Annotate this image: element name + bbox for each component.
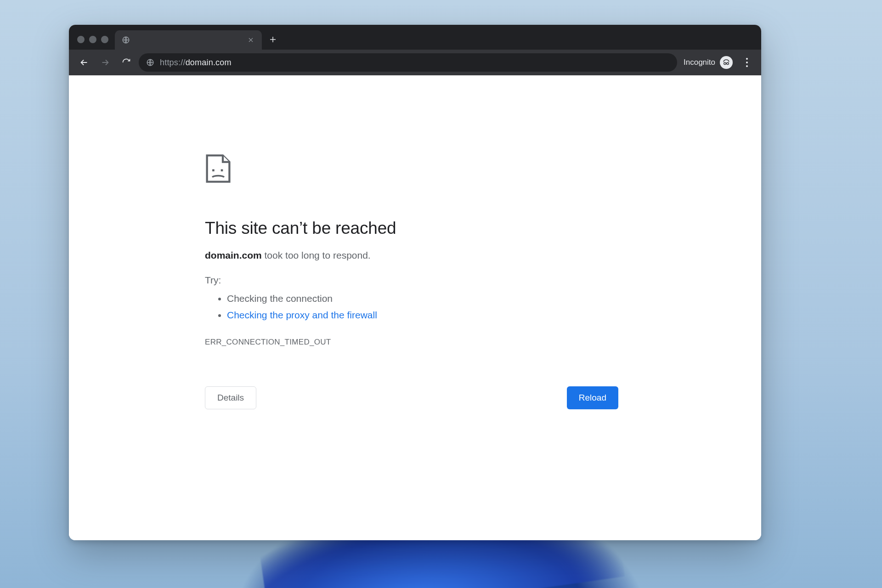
tab-strip [69,25,761,50]
window-controls [74,36,111,50]
suggestion-item: Checking the connection [227,290,618,307]
error-domain: domain.com [205,250,262,260]
svg-point-3 [727,62,729,65]
back-button[interactable] [75,54,93,71]
error-page: This site can’t be reached domain.com to… [205,153,618,409]
suggestion-item: Checking the proxy and the firewall [227,307,618,323]
error-title: This site can’t be reached [205,219,618,238]
svg-point-4 [746,58,748,60]
menu-button[interactable] [739,54,755,71]
reload-button[interactable]: Reload [567,386,618,409]
traffic-light-zoom[interactable] [101,36,108,43]
traffic-light-minimize[interactable] [89,36,96,43]
svg-point-5 [746,62,748,63]
globe-icon [121,35,130,45]
svg-point-2 [724,62,726,65]
site-info-icon[interactable] [146,58,154,67]
svg-point-6 [746,65,748,67]
details-button[interactable]: Details [205,386,256,409]
error-message-tail: took too long to respond. [262,250,371,260]
incognito-badge[interactable]: Incognito [681,56,735,69]
url-scheme: https:// [160,58,186,67]
close-tab-icon[interactable] [246,35,255,45]
address-bar[interactable]: https://domain.com [139,53,677,72]
suggestion-list: Checking the connection Checking the pro… [205,290,618,323]
svg-rect-7 [212,169,215,171]
new-tab-button[interactable] [266,32,280,47]
forward-button[interactable] [96,54,114,71]
traffic-light-close[interactable] [77,36,85,43]
browser-tab[interactable] [115,30,262,50]
incognito-icon [720,56,733,69]
page-content: This site can’t be reached domain.com to… [69,75,761,540]
url-text: https://domain.com [160,58,232,68]
svg-rect-8 [221,169,223,171]
url-host: domain.com [186,58,232,67]
incognito-label: Incognito [684,58,715,67]
sad-page-icon [205,153,618,186]
try-label: Try: [205,275,618,286]
proxy-firewall-link[interactable]: Checking the proxy and the firewall [227,310,377,320]
suggestion-text: Checking the connection [227,293,333,304]
error-code: ERR_CONNECTION_TIMED_OUT [205,338,618,347]
browser-window: https://domain.com Incognito [69,25,761,540]
error-button-row: Details Reload [205,386,618,409]
toolbar: https://domain.com Incognito [69,50,761,75]
reload-toolbar-button[interactable] [118,54,135,71]
error-message: domain.com took too long to respond. [205,250,618,261]
